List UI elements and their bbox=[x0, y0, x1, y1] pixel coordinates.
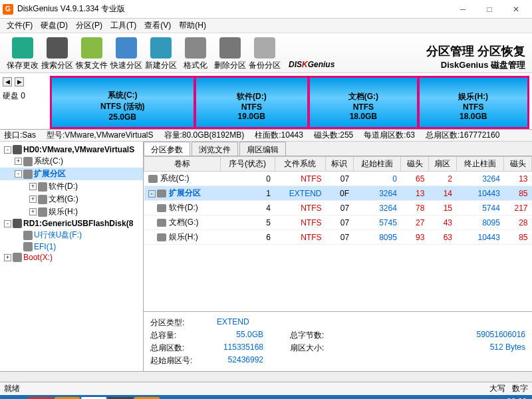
promo-line1: 分区管理 分区恢复 bbox=[416, 43, 525, 59]
toolbar-label: 格式化 bbox=[178, 60, 213, 71]
partition-table[interactable]: 卷标序号(状态)文件系统标识起始柱面磁头扇区终止柱面磁头系统(C:)0NTFS0… bbox=[144, 156, 532, 311]
expand-icon[interactable]: - bbox=[15, 170, 22, 178]
toolbar-label: 搜索分区 bbox=[40, 60, 74, 71]
detail-bytes-label: 总字节数: bbox=[290, 330, 356, 341]
menu-item[interactable]: 查看(V) bbox=[140, 19, 175, 33]
column-header[interactable]: 终止柱面 bbox=[456, 157, 504, 172]
minimize-button[interactable]: ─ bbox=[450, 0, 476, 19]
tree-item[interactable]: +系统(C:) bbox=[0, 155, 143, 168]
detail-sect-value: 115335168 bbox=[217, 342, 290, 354]
disk-map: ◀ ▶ 硬盘 0 系统(C:)NTFS (活动)25.0GB软件(D:)NTFS… bbox=[0, 73, 532, 130]
expand-icon[interactable]: + bbox=[29, 208, 37, 215]
partition-bar[interactable]: 系统(C:)NTFS (活动)25.0GB软件(D:)NTFS19.0GB文档(… bbox=[50, 76, 529, 129]
drive-icon bbox=[38, 207, 47, 217]
column-header[interactable]: 卷标 bbox=[144, 157, 221, 172]
taskbar[interactable]: ⊞ U G N ◆ G 22:06 2017/6/15 bbox=[0, 395, 532, 399]
close-button[interactable]: ✕ bbox=[503, 0, 529, 19]
partition-block[interactable]: 系统(C:)NTFS (活动)25.0GB bbox=[52, 78, 195, 127]
horizontal-scrollbar[interactable] bbox=[0, 371, 532, 382]
toolbar-label: 备份分区 bbox=[247, 60, 282, 71]
expand-icon[interactable]: + bbox=[29, 196, 37, 203]
column-header[interactable]: 磁头 bbox=[401, 157, 429, 172]
table-row[interactable]: -扩展分区1EXTEND0F326413141044385 bbox=[144, 186, 532, 201]
tree-item[interactable]: U行侠U盘(F:) bbox=[0, 229, 143, 241]
detail-ssize-value: 512 Bytes bbox=[356, 342, 525, 354]
table-row[interactable]: 系统(C:)0NTFS070652326413 bbox=[144, 172, 532, 186]
column-header[interactable]: 标识 bbox=[326, 157, 354, 172]
menu-item[interactable]: 工具(T) bbox=[106, 19, 140, 33]
drive-icon bbox=[13, 253, 22, 262]
toolbar-button[interactable]: 删除分区 bbox=[213, 37, 247, 71]
toolbar-button[interactable]: 保存更改 bbox=[5, 37, 40, 71]
partition-block[interactable]: 文档(G:)NTFS18.0GB bbox=[309, 78, 418, 127]
tree-item[interactable]: +文档(G:) bbox=[0, 193, 143, 205]
toolbar-button[interactable]: 搜索分区 bbox=[40, 37, 74, 71]
table-row[interactable]: 软件(D:)4NTFS07326478155744217 bbox=[144, 201, 532, 215]
menu-item[interactable]: 文件(F) bbox=[3, 19, 37, 33]
column-header[interactable]: 磁头 bbox=[504, 157, 532, 172]
menu-bar: 文件(F)硬盘(D)分区(P)工具(T)查看(V)帮助(H) bbox=[0, 19, 532, 33]
detail-start-value: 52436992 bbox=[217, 355, 290, 366]
tree-item[interactable]: +Boot(X:) bbox=[0, 252, 143, 263]
tree-item[interactable]: -HD0:VMware,VMwareVirtualS bbox=[0, 144, 143, 155]
next-disk-button[interactable]: ▶ bbox=[15, 77, 24, 86]
partition-block[interactable]: 娱乐(H:)NTFS18.0GB bbox=[418, 78, 527, 127]
expand-icon[interactable]: + bbox=[4, 254, 11, 261]
window-title: DiskGenius V4.9.1.334 专业版 bbox=[17, 3, 450, 15]
toolbar-button[interactable]: 新建分区 bbox=[144, 37, 178, 71]
column-header[interactable]: 文件系统 bbox=[275, 157, 325, 172]
toolbar-button[interactable]: 快速分区 bbox=[109, 37, 144, 71]
menu-item[interactable]: 分区(P) bbox=[72, 19, 106, 33]
drive-icon bbox=[13, 219, 22, 228]
toolbar-icon bbox=[185, 37, 206, 59]
toolbar-label: 快速分区 bbox=[109, 60, 144, 71]
expand-icon[interactable]: - bbox=[4, 220, 11, 227]
tree-item[interactable]: -RD1:GenericUSBFlashDisk(8 bbox=[0, 218, 143, 229]
tab[interactable]: 分区参数 bbox=[144, 142, 190, 156]
table-row[interactable]: 娱乐(H:)6NTFS07809593631044385 bbox=[144, 230, 532, 245]
tree-item[interactable]: +软件(D:) bbox=[0, 180, 143, 193]
detail-panel: 分区类型: EXTEND 总容量: 55.0GB 总字节数: 590516060… bbox=[144, 311, 532, 371]
toolbar-icon bbox=[219, 37, 241, 59]
table-row[interactable]: 文档(G:)5NTFS0757452743809528 bbox=[144, 215, 532, 230]
column-header[interactable]: 扇区 bbox=[428, 157, 456, 172]
toolbar-button[interactable]: 备份分区 bbox=[247, 37, 282, 71]
disk-interface: 接口:Sas bbox=[4, 130, 36, 141]
volume-icon bbox=[157, 204, 166, 212]
detail-type-value: EXTEND bbox=[217, 317, 290, 329]
maximize-button[interactable]: □ bbox=[476, 0, 503, 19]
toolbar-icon bbox=[47, 37, 68, 59]
disk-total-sectors: 总扇区数:167772160 bbox=[426, 130, 499, 141]
toolbar-label: 保存更改 bbox=[5, 60, 40, 71]
status-text: 就绪 bbox=[4, 383, 20, 394]
drive-icon bbox=[23, 157, 33, 166]
tree-item[interactable]: +娱乐(H:) bbox=[0, 205, 143, 218]
column-header[interactable]: 起始柱面 bbox=[353, 157, 401, 172]
tab[interactable]: 浏览文件 bbox=[192, 142, 238, 156]
prev-disk-button[interactable]: ◀ bbox=[3, 77, 12, 86]
drive-icon bbox=[13, 145, 22, 154]
device-tree[interactable]: -HD0:VMware,VMwareVirtualS+系统(C:)-扩展分区+软… bbox=[0, 142, 144, 371]
expand-icon[interactable]: - bbox=[4, 146, 11, 154]
tab[interactable]: 扇区编辑 bbox=[239, 142, 286, 156]
detail-ssize-label: 扇区大小: bbox=[290, 342, 356, 354]
drive-icon bbox=[38, 182, 47, 192]
expand-icon[interactable]: + bbox=[15, 158, 22, 165]
expand-icon[interactable]: + bbox=[29, 183, 37, 190]
tree-item[interactable]: EFI(1) bbox=[0, 241, 143, 252]
disk-cylinders: 柱面数:10443 bbox=[255, 130, 303, 141]
menu-item[interactable]: 硬盘(D) bbox=[37, 19, 72, 33]
detail-start-label: 起始扇区号: bbox=[150, 355, 217, 366]
toolbar-button[interactable]: 格式化 bbox=[178, 37, 213, 71]
menu-item[interactable]: 帮助(H) bbox=[175, 19, 210, 33]
column-header[interactable]: 序号(状态) bbox=[220, 157, 275, 172]
detail-cap-value: 55.0GB bbox=[217, 330, 290, 341]
promo-line2: DiskGenius 磁盘管理 bbox=[416, 59, 525, 71]
status-bar: 就绪 大写 数字 bbox=[0, 382, 532, 395]
tab-bar: 分区参数浏览文件扇区编辑 bbox=[144, 142, 532, 156]
partition-block[interactable]: 软件(D:)NTFS19.0GB bbox=[195, 78, 309, 127]
tree-item[interactable]: -扩展分区 bbox=[0, 168, 143, 180]
toolbar-icon bbox=[12, 37, 33, 59]
toolbar-button[interactable]: 恢复文件 bbox=[74, 37, 109, 71]
toolbar-label: 恢复文件 bbox=[74, 60, 109, 71]
